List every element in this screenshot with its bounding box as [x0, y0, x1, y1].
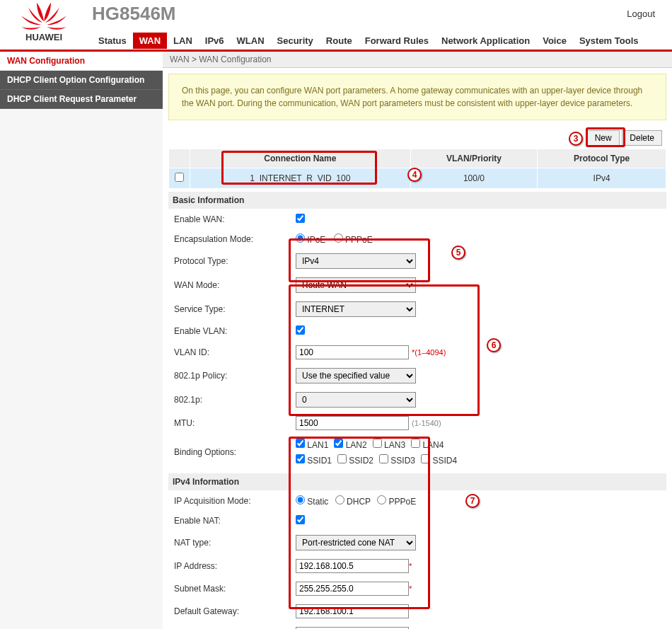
- label-ip: IP Address:: [170, 555, 290, 577]
- col-vlan: VLAN/Priority: [410, 149, 538, 168]
- row-checkbox[interactable]: [175, 173, 184, 182]
- mask-input[interactable]: [296, 582, 409, 596]
- content: WAN > WAN Configuration On this page, yo…: [163, 52, 672, 629]
- enable-vlan-checkbox[interactable]: [296, 325, 305, 335]
- connections-table: Connection Name VLAN/Priority Protocol T…: [168, 149, 666, 189]
- label-enable-wan: Enable WAN:: [170, 210, 290, 229]
- row-proto: IPv4: [538, 168, 666, 189]
- menu-lan[interactable]: LAN: [167, 33, 199, 49]
- label-service-type: Service Type:: [170, 298, 290, 321]
- row-vlan: 100/0: [410, 168, 538, 189]
- 8021p-select[interactable]: 0: [296, 392, 416, 408]
- bind-lan3-checkbox[interactable]: [373, 439, 382, 448]
- vlan-id-input[interactable]: [296, 345, 409, 359]
- sidebar-item[interactable]: DHCP Client Option Configuration: [0, 71, 163, 90]
- delete-button[interactable]: Delete: [622, 130, 662, 146]
- label-dns1: Primary DNS Server:: [170, 623, 290, 629]
- label-ip-acq: IP Acquisition Mode:: [170, 492, 290, 510]
- label-encap: Encapsulation Mode:: [170, 230, 290, 248]
- wan-mode-select[interactable]: Route WAN: [296, 277, 416, 293]
- col-check: [169, 149, 190, 168]
- label-wan-mode: WAN Mode:: [170, 274, 290, 296]
- bind-ssid4-checkbox[interactable]: [421, 454, 430, 463]
- bind-lan2-checkbox[interactable]: [334, 439, 343, 448]
- breadcrumb: WAN > WAN Configuration: [163, 52, 672, 68]
- label-8021p-policy: 802.1p Policy:: [170, 364, 290, 387]
- label-mtu: MTU:: [170, 412, 290, 434]
- label-protocol-type: Protocol Type:: [170, 250, 290, 272]
- menu-status[interactable]: Status: [92, 33, 133, 49]
- binding-options: LAN1 LAN2 LAN3 LAN4 SSID1 SSID2 SSID3 SS…: [291, 435, 665, 469]
- sidebar: WAN ConfigurationDHCP Client Option Conf…: [0, 52, 163, 629]
- label-vlan-id: VLAN ID:: [170, 342, 290, 363]
- label-enable-nat: Enable NAT:: [170, 512, 290, 530]
- col-protocol: Protocol Type: [538, 149, 666, 168]
- acq-dhcp-radio[interactable]: [335, 495, 344, 504]
- bind-lan4-checkbox[interactable]: [411, 439, 420, 448]
- mtu-input[interactable]: [296, 416, 409, 430]
- encap-ipoe-radio[interactable]: [296, 233, 305, 243]
- huawei-logo: HUAWEI: [8, 1, 79, 46]
- menu-route[interactable]: Route: [320, 33, 359, 49]
- nat-type-select[interactable]: Port-restricted cone NAT: [296, 535, 416, 550]
- new-button[interactable]: New: [587, 130, 620, 146]
- svg-text:HUAWEI: HUAWEI: [25, 32, 62, 42]
- row-name: 1_INTERNET_R_VID_100: [190, 168, 411, 189]
- sidebar-item[interactable]: DHCP Client Request Parameter: [0, 90, 163, 109]
- menu-system-tools[interactable]: System Tools: [573, 33, 645, 49]
- menu-security[interactable]: Security: [271, 33, 320, 49]
- menu-ipv6[interactable]: IPv6: [199, 33, 231, 49]
- protocol-type-select[interactable]: IPv4: [296, 253, 416, 269]
- acq-static-radio[interactable]: [296, 495, 305, 504]
- enable-nat-checkbox[interactable]: [296, 515, 305, 524]
- info-banner: On this page, you can configure WAN port…: [168, 74, 666, 120]
- toolbar: New Delete: [168, 127, 666, 149]
- header: HUAWEI HG8546M Logout StatusWANLANIPv6WL…: [0, 0, 672, 50]
- label-8021p: 802.1p:: [170, 388, 290, 411]
- acq-pppoe-radio[interactable]: [377, 495, 386, 504]
- label-mask: Subnet Mask:: [170, 578, 290, 599]
- section-basic: Basic Information: [168, 192, 666, 209]
- menu-forward-rules[interactable]: Forward Rules: [359, 33, 435, 49]
- bind-ssid3-checkbox[interactable]: [379, 454, 388, 463]
- menu-network-application[interactable]: Network Application: [435, 33, 536, 49]
- main-menu: StatusWANLANIPv6WLANSecurityRouteForward…: [92, 33, 644, 49]
- label-enable-vlan: Enable VLAN:: [170, 322, 290, 340]
- section-ipv4: IPv4 Information: [168, 473, 666, 490]
- logout-link[interactable]: Logout: [627, 8, 655, 19]
- menu-wan[interactable]: WAN: [133, 33, 167, 49]
- menu-voice[interactable]: Voice: [536, 33, 573, 49]
- col-connection-name: Connection Name: [190, 149, 411, 168]
- enable-wan-checkbox[interactable]: [296, 214, 305, 223]
- bind-lan1-checkbox[interactable]: [296, 439, 305, 448]
- model-title: HG8546M: [92, 3, 176, 25]
- bind-ssid1-checkbox[interactable]: [296, 454, 305, 463]
- label-binding: Binding Options:: [170, 435, 290, 469]
- menu-wlan[interactable]: WLAN: [231, 33, 271, 49]
- label-nat-type: NAT type:: [170, 531, 290, 554]
- 8021p-policy-select[interactable]: Use the specified value: [296, 368, 416, 383]
- gw-input[interactable]: [296, 604, 409, 618]
- sidebar-item[interactable]: WAN Configuration: [0, 52, 163, 71]
- label-gw: Default Gateway:: [170, 601, 290, 622]
- bind-ssid2-checkbox[interactable]: [337, 454, 347, 463]
- table-row[interactable]: 1_INTERNET_R_VID_100 100/0 IPv4: [169, 168, 666, 189]
- ip-input[interactable]: [296, 559, 409, 573]
- encap-pppoe-radio[interactable]: [334, 233, 343, 243]
- service-type-select[interactable]: INTERNET: [296, 301, 416, 317]
